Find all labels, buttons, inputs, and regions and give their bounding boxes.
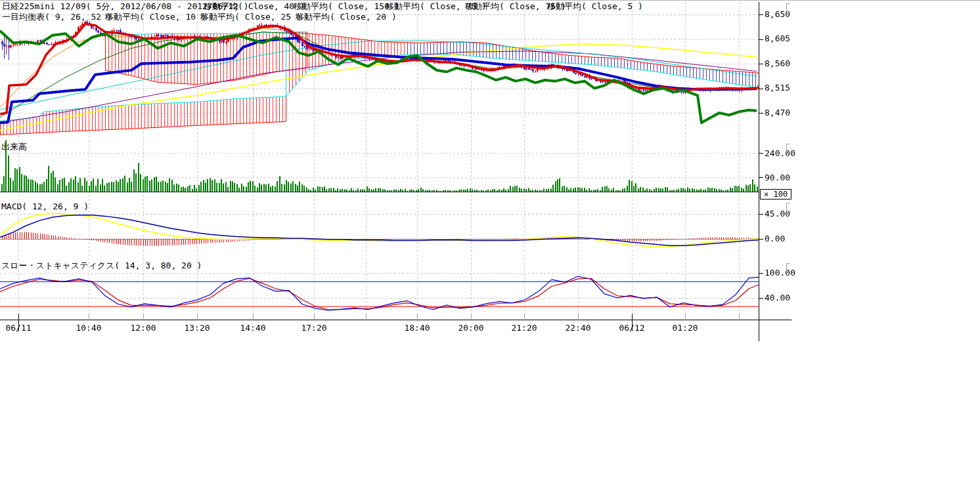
x-axis-label: 17:20: [300, 324, 328, 333]
macd-panel-handle-icon[interactable]: [786, 203, 790, 211]
price-axis-label: 8,515: [765, 83, 790, 93]
stoch-axis-label: 40.00: [765, 293, 790, 303]
x-axis-label: 20:00: [457, 324, 485, 333]
x-axis-label: 14:40: [238, 324, 267, 333]
price-axis-label: 8,470: [765, 108, 790, 117]
x-axis-label: 22:40: [564, 324, 592, 333]
x-axis-label: 01:20: [671, 324, 700, 333]
price-axis-label: 8,560: [765, 59, 790, 68]
x-axis-label: 10:40: [74, 324, 103, 333]
volume-panel-handle-icon[interactable]: [786, 144, 790, 152]
x-axis-label: 12:00: [129, 324, 158, 333]
chart-canvas[interactable]: [0, 0, 795, 345]
volume-axis-label: 90.00: [765, 173, 790, 182]
stoch-axis-label: 100.00: [765, 268, 795, 278]
x-axis-label: 21:20: [510, 324, 539, 333]
macd-axis-label: 0.00: [765, 234, 785, 243]
x-axis-label: 06/12: [617, 324, 646, 333]
price-axis-label: 8,605: [765, 34, 790, 43]
stoch-panel-handle-icon[interactable]: [786, 263, 790, 272]
x-axis-label: 06/11: [4, 324, 33, 333]
volume-multiplier-badge: × 100: [760, 189, 791, 200]
chart-application-window: 日経225mini 12/09( 5分, 2012/06/08 - 2012/0…: [0, 0, 980, 504]
x-axis-label: 13:20: [183, 324, 212, 333]
x-axis-label: 18:40: [403, 324, 432, 333]
volume-axis-label: 240.00: [765, 149, 795, 158]
price-panel-handle-icon[interactable]: [786, 3, 790, 12]
